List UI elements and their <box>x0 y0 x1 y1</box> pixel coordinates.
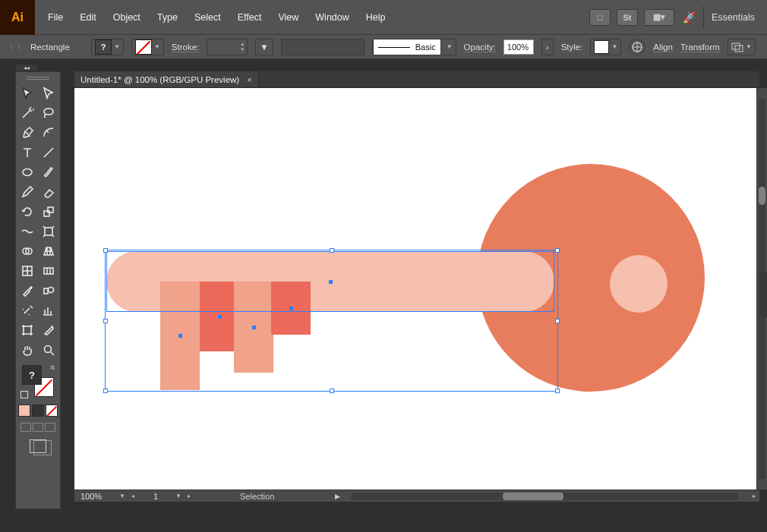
rotate-tool[interactable] <box>17 203 37 221</box>
scroll-thumb[interactable] <box>759 187 765 205</box>
stroke-swatch-dropdown[interactable]: ▼ <box>131 39 164 55</box>
gpu-rocket-icon[interactable]: 🚀 <box>680 11 697 24</box>
color-mode-none[interactable] <box>46 405 58 417</box>
stepper-icon[interactable]: ▲▼ <box>240 42 245 52</box>
default-fill-stroke-icon[interactable] <box>21 391 28 398</box>
menu-file[interactable]: File <box>41 8 70 27</box>
fill-color-swatch[interactable]: ? <box>22 365 42 385</box>
paintbrush-tool[interactable] <box>39 163 58 181</box>
chevron-down-icon[interactable]: ▼ <box>117 490 128 502</box>
magic-wand-tool[interactable] <box>17 104 37 122</box>
opacity-input[interactable]: 100% <box>503 39 534 55</box>
brush-definition-dropdown[interactable]: Basic ▼ <box>372 39 456 55</box>
line-tool[interactable] <box>39 143 58 162</box>
resize-handle-n[interactable] <box>330 248 334 253</box>
resize-handle-nw[interactable] <box>103 248 108 253</box>
fill-stroke-swatches[interactable]: ? ⤭ <box>22 365 54 397</box>
menu-select[interactable]: Select <box>188 8 228 27</box>
prev-artboard-icon[interactable]: ◂ <box>128 490 138 502</box>
free-transform-tool[interactable] <box>39 222 58 241</box>
svg-rect-13 <box>24 326 31 334</box>
blend-tool[interactable] <box>39 282 58 300</box>
draw-normal-icon[interactable] <box>21 423 31 432</box>
stroke-swatch-none <box>135 39 152 55</box>
pencil-tool[interactable] <box>17 183 37 201</box>
type-tool[interactable] <box>17 143 37 162</box>
stroke-profile-dropdown[interactable]: ▼ <box>255 39 273 55</box>
graphic-style-dropdown[interactable]: ▼ <box>590 39 621 55</box>
workspace-switcher[interactable]: Essentials <box>703 6 762 29</box>
toolbox-grip-icon[interactable] <box>27 77 49 80</box>
curvature-tool[interactable] <box>39 124 58 142</box>
transform-panel-link[interactable]: Transform <box>680 42 720 52</box>
horizontal-scroll-thumb[interactable] <box>503 493 563 500</box>
artboard-number[interactable]: 1 <box>138 492 173 501</box>
isolate-group-dropdown[interactable]: ▼ <box>728 39 756 55</box>
toolbox: ? ⤭ <box>15 71 61 509</box>
screen-mode-icon[interactable] <box>30 439 46 453</box>
resize-handle-sw[interactable] <box>103 389 108 393</box>
resize-handle-e[interactable] <box>555 319 560 323</box>
slice-tool[interactable] <box>39 321 58 339</box>
symbol-sprayer-tool[interactable] <box>17 301 37 320</box>
document-tab[interactable]: Untitled-1* @ 100% (RGB/GPU Preview) × <box>74 71 259 87</box>
color-mode-gradient[interactable] <box>32 405 44 417</box>
align-panel-link[interactable]: Align <box>653 42 673 52</box>
menu-view[interactable]: View <box>271 8 305 27</box>
width-tool[interactable] <box>17 222 37 241</box>
perspective-grid-tool[interactable] <box>39 242 58 260</box>
menu-effect[interactable]: Effect <box>231 8 269 27</box>
draw-inside-icon[interactable] <box>45 423 55 432</box>
swap-fill-stroke-icon[interactable]: ⤭ <box>49 364 55 371</box>
scale-tool[interactable] <box>39 203 58 221</box>
eyedropper-tool[interactable] <box>17 282 37 300</box>
opacity-panel-link[interactable]: Opacity: <box>464 42 496 52</box>
status-menu-icon[interactable]: ▶ <box>335 493 340 500</box>
panel-grip-icon[interactable]: ⋮⋮ <box>8 42 23 51</box>
bridge-icon[interactable]: □ <box>589 9 611 26</box>
shape-builder-tool[interactable] <box>17 242 37 260</box>
menu-type[interactable]: Type <box>150 8 185 27</box>
menu-window[interactable]: Window <box>308 8 355 27</box>
eraser-tool[interactable] <box>39 183 58 201</box>
ellipse-tool[interactable] <box>17 163 37 181</box>
next-artboard-icon[interactable]: ▸ <box>184 490 194 502</box>
stock-icon[interactable]: St <box>617 9 638 26</box>
chevron-down-icon[interactable]: ▼ <box>173 490 184 502</box>
recolor-artwork-icon[interactable] <box>629 39 645 55</box>
artboard-tool[interactable] <box>17 321 37 339</box>
resize-handle-s[interactable] <box>330 389 334 393</box>
horizontal-scroll-track[interactable] <box>351 493 738 500</box>
close-tab-icon[interactable]: × <box>247 75 251 84</box>
selection-tool[interactable] <box>17 84 37 102</box>
scroll-right-icon[interactable]: ▸ <box>749 490 759 502</box>
pen-tool[interactable] <box>17 124 37 142</box>
collapse-panels-icon[interactable]: ◂◂ <box>15 64 38 71</box>
stroke-weight-input[interactable]: ▲▼ <box>207 39 248 55</box>
gradient-tool[interactable] <box>39 262 58 280</box>
fill-swatch-dropdown[interactable]: ? ▼ <box>91 39 124 55</box>
direct-selection-tool[interactable] <box>39 84 58 102</box>
opacity-dropdown[interactable]: › <box>541 39 554 55</box>
selection-bounding-box[interactable] <box>105 250 558 392</box>
lasso-tool[interactable] <box>39 104 58 122</box>
stroke-panel-link[interactable]: Stroke: <box>172 42 199 52</box>
column-graph-tool[interactable] <box>39 301 58 320</box>
mesh-tool[interactable] <box>17 262 37 280</box>
object-center-2 <box>178 334 182 338</box>
resize-handle-ne[interactable] <box>555 248 560 253</box>
variable-width-profile[interactable] <box>281 39 365 55</box>
menu-object[interactable]: Object <box>106 8 147 27</box>
canvas[interactable] <box>74 88 759 490</box>
menu-edit[interactable]: Edit <box>73 8 103 27</box>
menu-help[interactable]: Help <box>359 8 393 27</box>
draw-behind-icon[interactable] <box>33 423 43 432</box>
resize-handle-se[interactable] <box>555 389 560 393</box>
resize-handle-w[interactable] <box>103 319 108 323</box>
arrange-docs-icon[interactable]: ▦▾ <box>644 9 674 26</box>
zoom-level[interactable]: 100% <box>74 492 117 501</box>
right-panel-collapsed-icon[interactable] <box>759 272 767 317</box>
color-mode-solid[interactable] <box>18 405 30 417</box>
zoom-tool[interactable] <box>39 341 58 359</box>
hand-tool[interactable] <box>17 341 37 359</box>
